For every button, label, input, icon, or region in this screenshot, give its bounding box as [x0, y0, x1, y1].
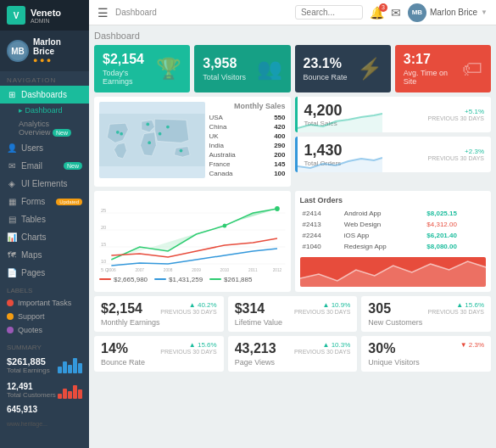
- total-orders-stat: 1,430 Total Orders +2.3% PREVIOUS 30 DAY…: [295, 137, 492, 172]
- label-support[interactable]: Support: [0, 310, 89, 323]
- trophy-icon: 🏆: [156, 57, 181, 81]
- svg-point-1: [116, 131, 120, 134]
- pages-icon: 📄: [7, 268, 17, 277]
- notif-badge: 3: [379, 3, 387, 12]
- sidebar-item-forms[interactable]: ▦ Forms Updated: [0, 193, 89, 210]
- svg-marker-8: [298, 114, 382, 132]
- tag-icon: 🏷: [462, 57, 482, 81]
- summary-section: Summary $261,885 Total Earnings 12,491: [0, 340, 89, 417]
- sales-row-australia: Australia200: [209, 150, 286, 160]
- new-customers-stat: 305 ▲ 15.6% PREVIOUS 30 DAYS New Custome…: [361, 296, 491, 332]
- sidebar-item-ui[interactable]: ◈ UI Elements: [0, 175, 89, 193]
- legend-item-1: $2,665,980: [99, 275, 148, 283]
- labels-section-label: Labels: [0, 282, 89, 296]
- sales-row-china: China420: [209, 122, 286, 132]
- sales-list: Monthly Sales USA550 China420 UK400 Indi…: [209, 102, 286, 182]
- svg-text:25: 25: [101, 208, 107, 213]
- svg-point-7: [120, 132, 123, 136]
- hamburger-button[interactable]: ☰: [98, 6, 109, 20]
- dashboards-icon: ⊞: [7, 90, 17, 99]
- ui-icon: ◈: [7, 179, 17, 188]
- orders-row: 25 20 15 10 5 Q: [94, 191, 491, 292]
- user-chip[interactable]: MB Marlon Brice ▼: [408, 3, 488, 22]
- last-orders-panel: Last Orders #2414 Android App $8,025.15 …: [295, 191, 492, 292]
- sidebar-item-tables[interactable]: ▤ Tables: [0, 210, 89, 228]
- search-input[interactable]: [295, 5, 363, 20]
- monthly-earnings-stat: $2,154 ▲ 40.2% PREVIOUS 30 DAYS Monthly …: [94, 296, 224, 332]
- sidebar-logo: V Veneto ADMIN: [0, 0, 89, 31]
- logo-text: Veneto ADMIN: [31, 8, 61, 24]
- bounce-icon: ⚡: [357, 57, 382, 81]
- svg-text:2012: 2012: [273, 268, 282, 272]
- chart-legend: $2,665,980 $1,431,259 $261,885: [99, 275, 286, 283]
- label-quotes[interactable]: Quotes: [0, 323, 89, 337]
- legend-item-2: $1,431,259: [154, 275, 203, 283]
- support-dot: [7, 313, 14, 320]
- table-row: #1040 Redesign App $8,080.00: [300, 241, 487, 252]
- world-map: [99, 102, 205, 178]
- bounce-rate-stat: 14% ▲ 15.6% PREVIOUS 30 DAYS Bounce Rate: [94, 336, 224, 372]
- svg-point-2: [146, 122, 149, 126]
- stat-card-time: 3:17 Avg. Time on Site 🏷: [395, 45, 491, 92]
- svg-point-5: [180, 149, 183, 153]
- legend-icon-3: [209, 275, 221, 283]
- logo-icon: V: [7, 6, 25, 25]
- sidebar-sub-dashboard[interactable]: ▸ Dashboard: [0, 104, 89, 117]
- svg-text:2010: 2010: [220, 268, 230, 272]
- sidebar-item-maps[interactable]: 🗺 Maps: [0, 246, 89, 264]
- svg-point-3: [166, 126, 170, 129]
- table-row: #2414 Android App $8,025.15: [300, 208, 487, 219]
- forms-icon: ▦: [7, 197, 17, 206]
- user-chip-avatar: MB: [408, 3, 426, 22]
- page-views-stat: 43,213 ▲ 10.3% PREVIOUS 30 DAYS Page Vie…: [228, 336, 358, 372]
- sidebar-item-dashboards[interactable]: ⊞ Dashboards: [0, 86, 89, 104]
- mid-row: Monthly Sales USA550 China420 UK400 Indi…: [94, 97, 491, 187]
- total-sales-sparkline: [298, 111, 382, 132]
- sidebar-item-pages[interactable]: 📄 Pages: [0, 264, 89, 282]
- topbar-right: 🔔3 ✉ MB Marlon Brice ▼: [295, 3, 488, 22]
- sidebar-item-email[interactable]: ✉ Email New: [0, 157, 89, 175]
- order-id: #2244: [300, 230, 342, 241]
- topbar: ☰ Dashboard 🔔3 ✉ MB Marlon Brice ▼: [89, 0, 496, 25]
- chevron-down-icon: ▼: [481, 8, 488, 16]
- line-chart-panel: 25 20 15 10 5 Q: [94, 191, 291, 292]
- sales-row-usa: USA550: [209, 113, 286, 122]
- page-views-trend: ▲ 10.3% PREVIOUS 30 DAYS: [294, 341, 350, 355]
- monthly-earnings-header: $2,154 ▲ 40.2% PREVIOUS 30 DAYS: [101, 301, 217, 316]
- order-id: #2414: [300, 208, 342, 219]
- legend-item-3: $261,885: [209, 275, 252, 283]
- table-row: #2413 Web Design $4,312.00: [300, 219, 487, 230]
- bounce-rate-trend: ▲ 15.6% PREVIOUS 30 DAYS: [160, 341, 216, 355]
- line-chart-area: 25 20 15 10 5 Q: [99, 196, 286, 272]
- new-customers-trend: ▲ 15.6% PREVIOUS 30 DAYS: [428, 301, 484, 315]
- lifetime-value-stat: $314 ▲ 10.9% PREVIOUS 30 DAYS Lifetime V…: [228, 296, 358, 332]
- svg-text:2011: 2011: [248, 268, 258, 272]
- table-row: #2244 iOS App $6,201.40: [300, 230, 487, 241]
- sidebar: V Veneto ADMIN MB Marlon Brice ● ● ● Nav…: [0, 0, 89, 448]
- sidebar-item-users[interactable]: 👤 Users: [0, 139, 89, 157]
- label-important[interactable]: Important Tasks: [0, 296, 89, 310]
- user-info: Marlon Brice ● ● ●: [33, 37, 82, 64]
- user-chip-name: Marlon Brice: [430, 8, 477, 17]
- legend-icon-2: [154, 275, 166, 283]
- orders-table: #2414 Android App $8,025.15 #2413 Web De…: [300, 208, 487, 252]
- avatar: MB: [7, 40, 29, 62]
- visitors-icon: 👥: [257, 57, 282, 81]
- important-dot: [7, 300, 14, 306]
- svg-point-6: [148, 141, 151, 144]
- sidebar-item-charts[interactable]: 📊 Charts: [0, 228, 89, 246]
- bounce-rate-header: 14% ▲ 15.6% PREVIOUS 30 DAYS: [101, 341, 217, 356]
- mail-icon[interactable]: ✉: [391, 6, 401, 20]
- summary-chart1: [58, 356, 82, 373]
- bottom-stats-row2: 14% ▲ 15.6% PREVIOUS 30 DAYS Bounce Rate…: [94, 336, 491, 372]
- svg-text:2007: 2007: [135, 268, 144, 272]
- lifetime-value-header: $314 ▲ 10.9% PREVIOUS 30 DAYS: [235, 301, 351, 316]
- breadcrumb: Dashboard: [115, 8, 157, 17]
- notification-bell-icon[interactable]: 🔔3: [370, 6, 384, 20]
- sidebar-sub-analytics[interactable]: Analytics Overview New: [0, 117, 89, 139]
- svg-text:15: 15: [101, 242, 107, 247]
- svg-marker-9: [298, 158, 382, 172]
- monthly-sales-title: Monthly Sales: [209, 102, 286, 110]
- tables-icon: ▤: [7, 215, 17, 224]
- stat-card-bounce: 23.1% Bounce Rate ⚡: [295, 45, 391, 92]
